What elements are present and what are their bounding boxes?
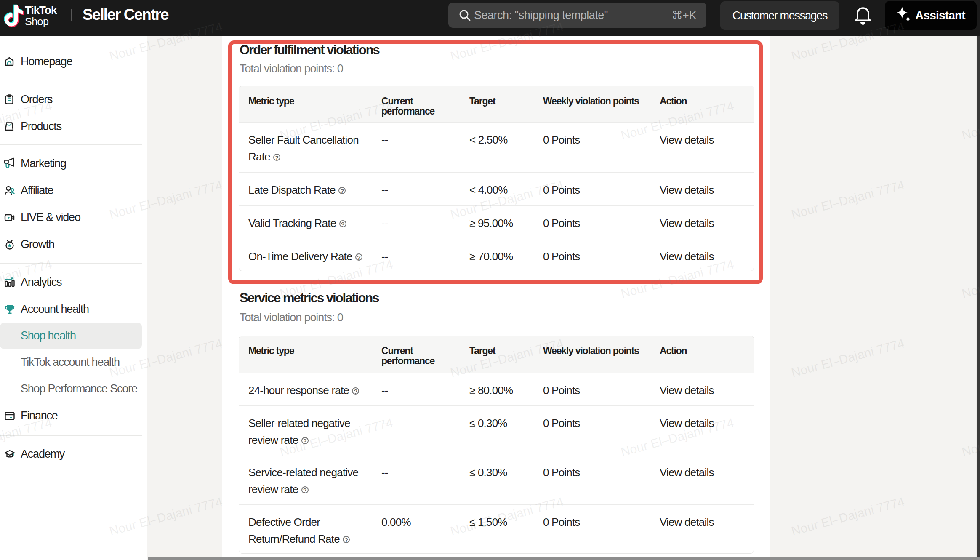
svg-text:Nour El–Dajani 7774: Nour El–Dajani 7774 — [790, 494, 906, 538]
svg-text:Nour El–Dajani 7774: Nour El–Dajani 7774 — [790, 178, 906, 221]
svg-text:Nour El–Dajani 7774: Nour El–Dajani 7774 — [790, 336, 906, 380]
